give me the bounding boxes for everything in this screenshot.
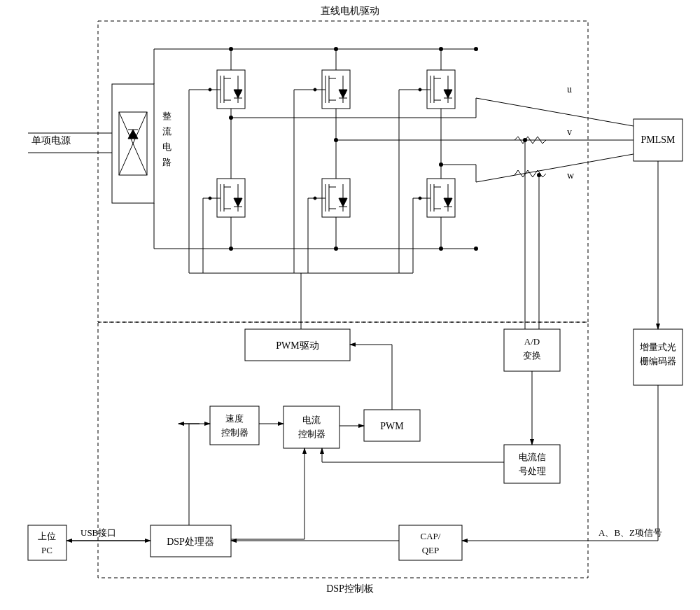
svg-point-85	[439, 47, 443, 51]
speed-ctrl-label: 速度控制器	[221, 413, 248, 438]
svg-line-113	[476, 154, 634, 182]
svg-point-86	[229, 247, 233, 251]
mosfet-icon	[314, 49, 350, 140]
mosfet-icon	[209, 140, 245, 249]
title-top: 直线电机驱动	[321, 6, 379, 16]
usb-label: USB接口	[80, 527, 116, 538]
ad-label: A/D变换	[523, 336, 541, 361]
motor-label: PMLSM	[640, 134, 676, 145]
phase-v: v	[567, 127, 572, 137]
mosfet-icon	[419, 140, 455, 249]
abz-label: A、B、Z项信号	[598, 527, 662, 538]
dsp-label: DSP处理器	[167, 536, 214, 547]
svg-point-84	[334, 47, 338, 51]
block-diagram: 直线电机驱动 单项电源 整流电路	[0, 0, 700, 610]
svg-point-83	[229, 47, 233, 51]
current-ctrl-block	[284, 406, 340, 448]
svg-line-107	[476, 98, 634, 126]
svg-point-87	[334, 247, 338, 251]
rectifier-label: 整流电路	[162, 111, 172, 167]
speed-ctrl-block	[210, 406, 259, 445]
svg-point-88	[439, 247, 443, 251]
svg-point-108	[229, 116, 233, 120]
svg-rect-0	[98, 21, 588, 322]
mosfet-icon	[419, 49, 455, 140]
svg-point-118	[537, 173, 541, 177]
pwm-drive-label: PWM驱动	[276, 340, 318, 351]
phase-u: u	[567, 84, 572, 95]
svg-point-110	[334, 138, 338, 142]
pwm-label: PWM	[380, 421, 404, 431]
current-proc-block	[504, 445, 560, 483]
svg-point-117	[523, 138, 527, 142]
phase-w: w	[567, 170, 575, 181]
resistor-icon	[514, 170, 546, 177]
encoder-label: 增量式光栅编码器	[639, 342, 676, 366]
capqep-label: CAP/QEP	[421, 531, 441, 555]
current-proc-label: 电流信号处理	[519, 452, 546, 476]
title-bottom: DSP控制板	[326, 583, 374, 594]
svg-point-114	[439, 162, 443, 167]
mosfet-icon	[209, 49, 245, 140]
power-label: 单项电源	[31, 135, 71, 146]
mosfet-icon	[314, 140, 350, 249]
current-ctrl-label: 电流控制器	[298, 415, 326, 439]
pc-label: 上位PC	[38, 531, 56, 555]
svg-point-90	[474, 247, 478, 251]
svg-point-89	[474, 47, 478, 51]
rectifier-icon	[119, 112, 147, 175]
